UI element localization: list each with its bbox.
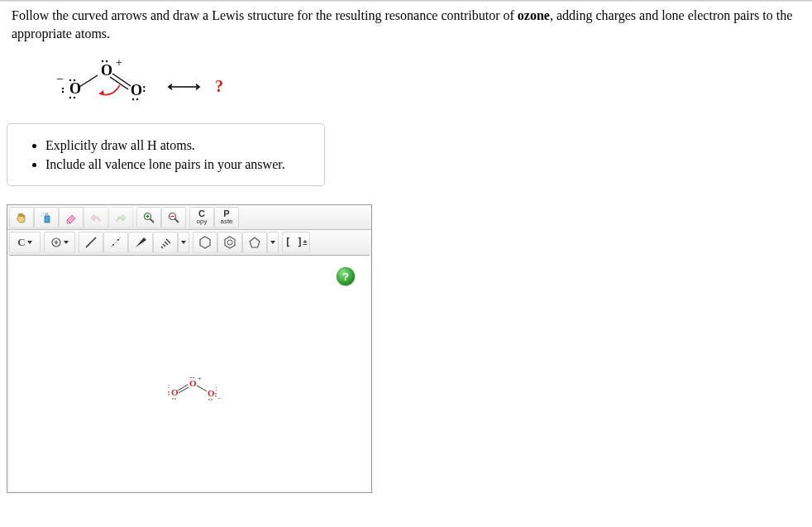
zoom-out-icon[interactable] xyxy=(161,207,186,228)
svg-rect-22 xyxy=(45,213,48,216)
svg-marker-45 xyxy=(200,237,210,248)
svg-text:O: O xyxy=(69,80,81,97)
svg-marker-46 xyxy=(225,237,235,248)
svg-point-2 xyxy=(62,88,64,89)
toolbar-row-2: C xyxy=(7,230,371,255)
svg-line-44 xyxy=(166,239,170,243)
svg-point-58 xyxy=(190,377,192,379)
structure-editor: C opy P aste C xyxy=(7,204,372,493)
svg-marker-40 xyxy=(136,237,146,247)
chevron-down-icon xyxy=(181,241,186,244)
svg-point-4 xyxy=(69,97,71,98)
svg-point-25 xyxy=(41,215,42,216)
ozone-prompt-structure: O − O + O : ? xyxy=(50,59,812,108)
benzene-icon[interactable] xyxy=(217,232,242,253)
svg-text:O: O xyxy=(189,378,197,388)
svg-line-55 xyxy=(178,385,188,390)
svg-point-65 xyxy=(211,399,213,400)
hint-item: Explicitly draw all H atoms. xyxy=(45,136,309,155)
svg-line-37 xyxy=(111,237,121,247)
chevron-down-icon xyxy=(27,241,32,244)
svg-text::: : xyxy=(142,82,146,94)
redo-icon[interactable] xyxy=(108,207,133,228)
svg-text:O: O xyxy=(208,388,215,398)
hint-item: Include all valence lone pairs in your a… xyxy=(45,155,309,174)
svg-point-7 xyxy=(74,79,75,81)
svg-line-27 xyxy=(150,218,155,223)
svg-point-24 xyxy=(43,213,44,213)
svg-point-51 xyxy=(168,394,170,395)
toolbar-row-1: C opy P aste xyxy=(7,205,371,230)
hints-box: Explicitly draw all H atoms. Include all… xyxy=(7,123,325,186)
svg-point-10 xyxy=(102,60,103,62)
copy-button[interactable]: C opy xyxy=(189,207,214,228)
charge-radical-picker[interactable] xyxy=(44,232,75,253)
svg-line-42 xyxy=(163,244,165,247)
wedge-bond-icon[interactable] xyxy=(128,232,153,253)
svg-line-41 xyxy=(161,247,163,248)
drawing-canvas[interactable]: ? O : O + O xyxy=(9,255,370,491)
svg-point-59 xyxy=(193,377,194,379)
svg-point-53 xyxy=(174,398,176,400)
user-drawn-structure[interactable]: O : O + O : xyxy=(166,376,224,409)
svg-line-61 xyxy=(197,386,207,391)
svg-rect-21 xyxy=(45,216,50,223)
svg-point-19 xyxy=(136,98,138,100)
spray-clean-icon[interactable] xyxy=(34,207,59,228)
question-lead: Follow the curved arrows and draw a Lewi… xyxy=(12,8,518,22)
hand-tool-icon[interactable] xyxy=(9,207,34,228)
svg-text:−: − xyxy=(217,395,222,402)
svg-point-50 xyxy=(168,391,170,393)
svg-point-67 xyxy=(215,395,217,397)
svg-point-52 xyxy=(172,398,174,400)
chevron-down-icon xyxy=(270,241,275,244)
bond-dropdown[interactable] xyxy=(178,232,189,253)
svg-line-43 xyxy=(165,242,168,245)
paste-small: aste xyxy=(220,218,232,225)
svg-point-47 xyxy=(227,240,232,245)
element-picker[interactable]: C xyxy=(9,232,41,253)
cyclohexane-icon[interactable] xyxy=(193,232,217,253)
help-icon[interactable]: ? xyxy=(337,267,355,285)
svg-text:O: O xyxy=(131,82,142,98)
bracket-charge-button[interactable]: [ ]± xyxy=(282,232,310,253)
svg-point-18 xyxy=(132,98,134,100)
undo-icon[interactable] xyxy=(84,207,108,228)
svg-point-66 xyxy=(215,393,217,395)
resonance-question-mark: ? xyxy=(215,77,223,95)
question-bold: ozone xyxy=(518,8,550,22)
svg-line-31 xyxy=(175,218,179,223)
svg-point-3 xyxy=(62,91,64,93)
svg-point-23 xyxy=(41,213,42,214)
svg-line-56 xyxy=(179,387,189,393)
svg-point-5 xyxy=(74,97,75,98)
svg-point-38 xyxy=(112,244,114,246)
question-text: Follow the curved arrows and draw a Lewi… xyxy=(0,2,812,50)
chevron-down-icon xyxy=(64,241,69,244)
svg-point-6 xyxy=(69,79,71,81)
svg-text:O: O xyxy=(171,387,179,397)
svg-text:−: − xyxy=(56,72,64,86)
single-bond-icon[interactable] xyxy=(79,232,103,253)
svg-text::: : xyxy=(215,384,217,392)
svg-text:+: + xyxy=(116,59,122,69)
zoom-in-icon[interactable] xyxy=(136,207,161,228)
svg-line-8 xyxy=(79,75,98,87)
copy-small: opy xyxy=(197,218,208,225)
ring-dropdown[interactable] xyxy=(267,232,279,253)
svg-point-39 xyxy=(117,239,119,241)
svg-point-64 xyxy=(208,399,210,400)
lone-pair-icon[interactable] xyxy=(103,232,128,253)
cyclopentane-icon[interactable] xyxy=(242,232,267,253)
paste-button[interactable]: P aste xyxy=(214,207,239,228)
svg-text::: : xyxy=(168,382,170,390)
svg-point-11 xyxy=(106,60,107,62)
svg-marker-48 xyxy=(250,237,260,247)
hash-bond-icon[interactable] xyxy=(153,232,178,253)
eraser-icon[interactable] xyxy=(59,207,84,228)
svg-text:O: O xyxy=(101,62,112,79)
svg-text:+: + xyxy=(198,376,202,382)
svg-line-36 xyxy=(86,237,96,247)
